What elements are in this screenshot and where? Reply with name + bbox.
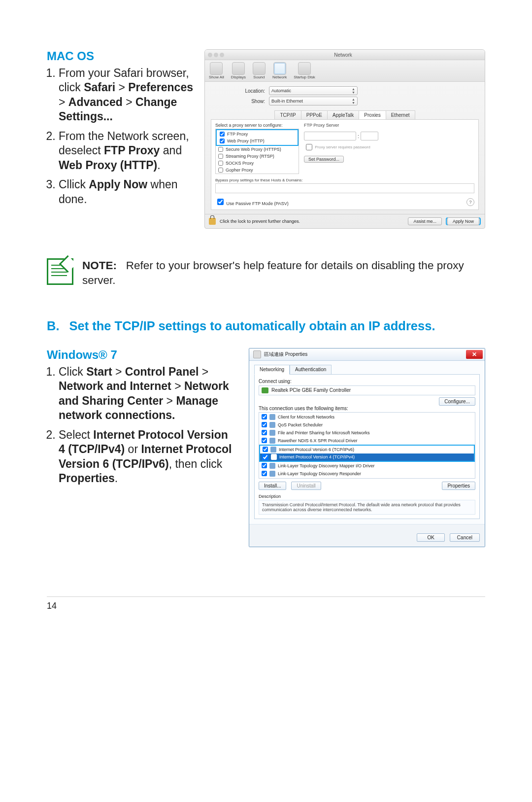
gopher-proxy-checkbox[interactable] <box>218 168 223 173</box>
socks-proxy-checkbox[interactable] <box>218 161 223 166</box>
proxy-gopher[interactable]: Gopher Proxy <box>216 167 299 174</box>
component-icon <box>269 414 275 420</box>
traffic-light-icon <box>214 53 218 57</box>
footer-rule <box>47 596 485 597</box>
proxy-ftp[interactable]: FTP Proxy <box>217 131 297 138</box>
uninstall-button[interactable]: Uninstall <box>291 482 321 490</box>
proxy-select-label: Select a proxy server to configure: <box>215 123 299 128</box>
component-icon <box>270 447 276 453</box>
traffic-light-icon <box>208 53 212 57</box>
properties-button[interactable]: Properties <box>442 482 475 490</box>
component-icon <box>269 471 275 477</box>
toolbar-show-all-button[interactable]: Show All <box>209 62 224 79</box>
https-proxy-checkbox[interactable] <box>218 147 223 152</box>
macos-step-3: Cllick Apply Now when done. <box>59 177 195 207</box>
apply-now-button[interactable]: Apply Now <box>447 217 479 225</box>
proxy-socks[interactable]: SOCKS Proxy <box>216 160 299 167</box>
updown-arrows-icon: ▲▼ <box>352 98 355 105</box>
item-qos[interactable]: QoS Packet Scheduler <box>259 421 475 429</box>
mac-titlebar: Network <box>205 50 485 60</box>
connect-using-label: Connect using: <box>259 379 475 384</box>
tab-tcpip[interactable]: TCP/IP <box>274 110 300 119</box>
mac-window-title: Network <box>226 52 461 58</box>
toolbar-network-button[interactable]: Network <box>272 62 287 79</box>
component-icon <box>269 438 275 444</box>
macos-heading: MAC OS <box>47 49 195 63</box>
set-password-button[interactable]: Set Password... <box>304 156 344 163</box>
items-list: Client for Microsoft Networks QoS Packet… <box>259 412 475 479</box>
pasv-checkbox[interactable]: Use Passive FTP Mode (PASV) <box>215 197 289 207</box>
tab-networking[interactable]: Networking <box>254 365 290 375</box>
item-lltd-mapper[interactable]: Link-Layer Topology Discovery Mapper I/O… <box>259 462 475 470</box>
mac-network-window: Network Show All Displays Sound Network … <box>204 49 485 229</box>
location-select[interactable]: Automatic ▲▼ <box>269 86 358 95</box>
configure-button[interactable]: Configure... <box>439 397 475 406</box>
lock-icon[interactable] <box>209 218 216 225</box>
dialog-icon <box>253 350 261 358</box>
toolbar-displays-button[interactable]: Displays <box>231 62 246 79</box>
globe-icon <box>273 62 286 75</box>
tab-ethernet[interactable]: Ethernet <box>386 110 415 119</box>
requires-password-checkbox[interactable]: Proxy server requires password <box>304 142 474 152</box>
apply-now-highlight: Apply Now <box>446 217 481 225</box>
bypass-hosts-input[interactable] <box>215 183 474 193</box>
component-icon <box>269 430 275 436</box>
ftp-proxy-server-label: FTP Proxy Server <box>304 123 474 128</box>
install-button[interactable]: Install... <box>259 482 286 490</box>
windows-step-1: Click Start > Control Panel > Network an… <box>59 365 234 423</box>
macos-step-1: From your Safari browser, click Safari >… <box>59 66 195 124</box>
tab-appletalk[interactable]: AppleTalk <box>327 110 359 119</box>
component-icon <box>269 422 275 428</box>
back-forward-icon <box>210 62 223 75</box>
close-button[interactable]: ✕ <box>466 350 483 359</box>
web-proxy-checkbox[interactable] <box>220 139 225 143</box>
mac-toolbar: Show All Displays Sound Network Startup … <box>205 60 485 82</box>
mac-tabs: TCP/IP PPPoE AppleTalk Proxies Ethernet <box>211 110 479 120</box>
item-file-printer[interactable]: File and Printer Sharing for Microsoft N… <box>259 429 475 437</box>
nic-display: Realtek PCIe GBE Family Controller <box>259 385 475 395</box>
proxy-rtsp[interactable]: Streaming Proxy (RTSP) <box>216 153 299 160</box>
component-icon <box>271 454 277 460</box>
item-rawether[interactable]: Rawether NDIS 6.X SPR Protocol Driver <box>259 437 475 445</box>
ftp-proxy-checkbox[interactable] <box>220 132 225 137</box>
updown-arrows-icon: ▲▼ <box>352 87 355 94</box>
ok-button[interactable]: OK <box>417 533 444 542</box>
macos-step-2: From the Network screen, deselect FTP Pr… <box>59 129 195 173</box>
nic-icon <box>262 387 268 393</box>
tab-proxies[interactable]: Proxies <box>359 110 385 119</box>
show-label: Show: <box>211 99 265 104</box>
rtsp-proxy-checkbox[interactable] <box>218 154 223 159</box>
description-label: Description <box>259 494 475 499</box>
proxy-host-input[interactable] <box>304 132 356 140</box>
item-client-ms[interactable]: Client for Microsoft Networks <box>259 413 475 421</box>
assist-me-button[interactable]: Assist me... <box>408 217 442 225</box>
item-ipv4[interactable]: Internet Protocol Version 4 (TCP/IPv4) <box>260 453 474 461</box>
traffic-light-icon <box>220 53 224 57</box>
proxy-port-input[interactable] <box>361 132 378 140</box>
tab-authentication[interactable]: Authentication <box>290 365 332 374</box>
item-lltd-responder[interactable]: Link-Layer Topology Discovery Responder <box>259 470 475 478</box>
windows-step-2: Select Internet Protocol Version 4 (TCP/… <box>59 428 234 486</box>
windows-steps: Click Start > Control Panel > Network an… <box>47 365 234 486</box>
item-ipv6[interactable]: Internet Protocol Version 6 (TCP/IPv6) <box>260 446 474 453</box>
proxy-http[interactable]: Web Proxy (HTTP) <box>217 138 297 144</box>
show-select[interactable]: Built-in Ethernet ▲▼ <box>269 97 358 105</box>
help-icon[interactable]: ? <box>466 198 474 206</box>
description-text: Transmission Control Protocol/Internet P… <box>259 500 475 515</box>
component-icon <box>269 463 275 469</box>
toolbar-sound-button[interactable]: Sound <box>253 62 266 79</box>
lock-text: Click the lock to prevent further change… <box>220 219 404 224</box>
location-label: Location: <box>211 88 265 94</box>
proxy-https[interactable]: Secure Web Proxy (HTTPS) <box>216 146 299 153</box>
macos-steps: From your Safari browser, click Safari >… <box>47 66 195 207</box>
tab-pppoe[interactable]: PPPoE <box>301 110 327 119</box>
items-label: This connection uses the following items… <box>259 406 475 411</box>
bypass-label: Bypass proxy settings for these Hosts & … <box>215 178 474 182</box>
win-properties-dialog: 區域連線 Properties ✕ Networking Authenticat… <box>249 348 485 547</box>
proxy-list: FTP Proxy Web Proxy (HTTP) Secure Web Pr… <box>215 129 299 174</box>
section-b-heading: B. Set the TCP/IP settings to automatica… <box>47 318 485 334</box>
toolbar-startup-disk-button[interactable]: Startup Disk <box>294 62 315 79</box>
win-dialog-title: 區域連線 Properties <box>264 351 307 358</box>
cancel-button[interactable]: Cancel <box>450 533 480 542</box>
ipv-highlight: Internet Protocol Version 6 (TCP/IPv6) I… <box>259 445 475 462</box>
